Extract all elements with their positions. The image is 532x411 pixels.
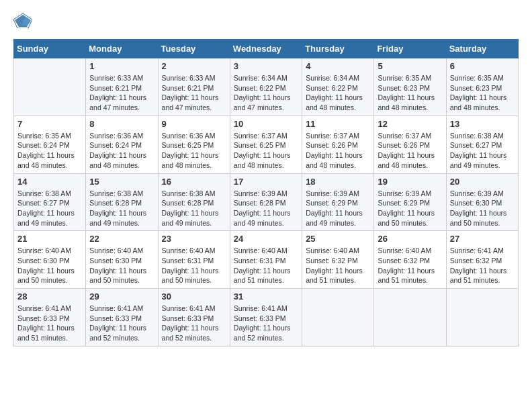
weekday-header-thursday: Thursday bbox=[302, 40, 374, 58]
day-info: Sunrise: 6:38 AMSunset: 6:28 PMDaylight:… bbox=[162, 189, 226, 228]
day-info: Sunrise: 6:39 AMSunset: 6:29 PMDaylight:… bbox=[306, 189, 370, 228]
calendar-cell: 23Sunrise: 6:40 AMSunset: 6:31 PMDayligh… bbox=[158, 231, 230, 289]
weekday-header-tuesday: Tuesday bbox=[158, 40, 230, 58]
day-info: Sunrise: 6:40 AMSunset: 6:31 PMDaylight:… bbox=[162, 246, 226, 285]
calendar-cell: 28Sunrise: 6:41 AMSunset: 6:33 PMDayligh… bbox=[14, 289, 86, 347]
day-number: 27 bbox=[450, 234, 515, 244]
day-number: 20 bbox=[450, 177, 515, 187]
day-info: Sunrise: 6:34 AMSunset: 6:22 PMDaylight:… bbox=[306, 73, 370, 113]
day-info: Sunrise: 6:35 AMSunset: 6:23 PMDaylight:… bbox=[378, 73, 442, 113]
day-info: Sunrise: 6:33 AMSunset: 6:21 PMDaylight:… bbox=[89, 73, 154, 113]
weekday-header-monday: Monday bbox=[86, 40, 158, 58]
calendar-cell: 4Sunrise: 6:34 AMSunset: 6:22 PMDaylight… bbox=[302, 58, 374, 116]
calendar-cell: 1Sunrise: 6:33 AMSunset: 6:21 PMDaylight… bbox=[86, 58, 158, 116]
day-number: 22 bbox=[89, 234, 154, 244]
day-info: Sunrise: 6:40 AMSunset: 6:32 PMDaylight:… bbox=[306, 246, 370, 285]
calendar-cell: 11Sunrise: 6:37 AMSunset: 6:26 PMDayligh… bbox=[302, 116, 374, 173]
calendar-cell: 17Sunrise: 6:39 AMSunset: 6:28 PMDayligh… bbox=[230, 173, 302, 231]
calendar-cell: 9Sunrise: 6:36 AMSunset: 6:25 PMDaylight… bbox=[158, 116, 230, 173]
day-info: Sunrise: 6:38 AMSunset: 6:27 PMDaylight:… bbox=[450, 131, 515, 171]
day-number: 4 bbox=[306, 61, 370, 71]
day-info: Sunrise: 6:36 AMSunset: 6:25 PMDaylight:… bbox=[162, 131, 226, 171]
calendar-cell bbox=[302, 289, 374, 347]
calendar-cell: 14Sunrise: 6:38 AMSunset: 6:27 PMDayligh… bbox=[14, 173, 86, 231]
calendar-week-1: 1Sunrise: 6:33 AMSunset: 6:21 PMDaylight… bbox=[14, 58, 519, 116]
logo bbox=[13, 13, 35, 28]
day-number: 15 bbox=[89, 177, 154, 187]
day-info: Sunrise: 6:38 AMSunset: 6:28 PMDaylight:… bbox=[89, 189, 154, 228]
calendar-cell: 31Sunrise: 6:41 AMSunset: 6:33 PMDayligh… bbox=[230, 289, 302, 347]
day-number: 2 bbox=[162, 61, 226, 71]
calendar-cell: 12Sunrise: 6:37 AMSunset: 6:26 PMDayligh… bbox=[374, 116, 446, 173]
calendar-cell: 2Sunrise: 6:33 AMSunset: 6:21 PMDaylight… bbox=[158, 58, 230, 116]
day-info: Sunrise: 6:41 AMSunset: 6:33 PMDaylight:… bbox=[17, 304, 82, 343]
day-info: Sunrise: 6:37 AMSunset: 6:26 PMDaylight:… bbox=[378, 131, 442, 171]
calendar-cell: 29Sunrise: 6:41 AMSunset: 6:33 PMDayligh… bbox=[86, 289, 158, 347]
day-info: Sunrise: 6:40 AMSunset: 6:31 PMDaylight:… bbox=[234, 246, 298, 285]
calendar-cell: 16Sunrise: 6:38 AMSunset: 6:28 PMDayligh… bbox=[158, 173, 230, 231]
day-info: Sunrise: 6:34 AMSunset: 6:22 PMDaylight:… bbox=[234, 73, 298, 113]
day-info: Sunrise: 6:41 AMSunset: 6:33 PMDaylight:… bbox=[234, 304, 298, 343]
calendar-cell: 30Sunrise: 6:41 AMSunset: 6:33 PMDayligh… bbox=[158, 289, 230, 347]
day-info: Sunrise: 6:40 AMSunset: 6:30 PMDaylight:… bbox=[89, 246, 154, 285]
day-number: 25 bbox=[306, 234, 370, 244]
calendar-cell: 26Sunrise: 6:40 AMSunset: 6:32 PMDayligh… bbox=[374, 231, 446, 289]
day-number: 28 bbox=[17, 291, 82, 302]
calendar-week-4: 21Sunrise: 6:40 AMSunset: 6:30 PMDayligh… bbox=[14, 231, 519, 289]
day-number: 10 bbox=[234, 119, 298, 129]
day-number: 16 bbox=[162, 177, 226, 187]
day-number: 23 bbox=[162, 234, 226, 244]
logo-icon bbox=[13, 13, 32, 28]
day-number: 18 bbox=[306, 177, 370, 187]
calendar-cell: 27Sunrise: 6:41 AMSunset: 6:32 PMDayligh… bbox=[446, 231, 518, 289]
calendar-cell bbox=[374, 289, 446, 347]
day-number: 5 bbox=[378, 61, 442, 71]
day-info: Sunrise: 6:35 AMSunset: 6:24 PMDaylight:… bbox=[17, 131, 82, 171]
calendar-cell: 13Sunrise: 6:38 AMSunset: 6:27 PMDayligh… bbox=[446, 116, 518, 173]
day-info: Sunrise: 6:40 AMSunset: 6:32 PMDaylight:… bbox=[378, 246, 442, 285]
calendar-cell: 18Sunrise: 6:39 AMSunset: 6:29 PMDayligh… bbox=[302, 173, 374, 231]
day-info: Sunrise: 6:35 AMSunset: 6:23 PMDaylight:… bbox=[450, 73, 515, 113]
calendar-cell: 6Sunrise: 6:35 AMSunset: 6:23 PMDaylight… bbox=[446, 58, 518, 116]
calendar-cell: 8Sunrise: 6:36 AMSunset: 6:24 PMDaylight… bbox=[86, 116, 158, 173]
day-info: Sunrise: 6:39 AMSunset: 6:28 PMDaylight:… bbox=[234, 189, 298, 228]
day-number: 1 bbox=[89, 61, 154, 71]
day-number: 31 bbox=[234, 291, 298, 302]
calendar-cell: 25Sunrise: 6:40 AMSunset: 6:32 PMDayligh… bbox=[302, 231, 374, 289]
calendar-cell bbox=[446, 289, 518, 347]
day-number: 29 bbox=[89, 291, 154, 302]
weekday-header-wednesday: Wednesday bbox=[230, 40, 302, 58]
day-number: 11 bbox=[306, 119, 370, 129]
day-number: 24 bbox=[234, 234, 298, 244]
day-number: 3 bbox=[234, 61, 298, 71]
day-number: 7 bbox=[17, 119, 82, 129]
calendar-week-3: 14Sunrise: 6:38 AMSunset: 6:27 PMDayligh… bbox=[14, 173, 519, 231]
day-info: Sunrise: 6:40 AMSunset: 6:30 PMDaylight:… bbox=[17, 246, 82, 285]
page-header bbox=[13, 13, 519, 28]
calendar-cell: 7Sunrise: 6:35 AMSunset: 6:24 PMDaylight… bbox=[14, 116, 86, 173]
calendar-header: SundayMondayTuesdayWednesdayThursdayFrid… bbox=[14, 40, 519, 58]
day-info: Sunrise: 6:36 AMSunset: 6:24 PMDaylight:… bbox=[89, 131, 154, 171]
calendar-cell: 3Sunrise: 6:34 AMSunset: 6:22 PMDaylight… bbox=[230, 58, 302, 116]
day-info: Sunrise: 6:38 AMSunset: 6:27 PMDaylight:… bbox=[17, 189, 82, 228]
calendar-cell: 24Sunrise: 6:40 AMSunset: 6:31 PMDayligh… bbox=[230, 231, 302, 289]
day-info: Sunrise: 6:37 AMSunset: 6:25 PMDaylight:… bbox=[234, 131, 298, 171]
calendar-cell: 21Sunrise: 6:40 AMSunset: 6:30 PMDayligh… bbox=[14, 231, 86, 289]
calendar-cell: 15Sunrise: 6:38 AMSunset: 6:28 PMDayligh… bbox=[86, 173, 158, 231]
day-info: Sunrise: 6:39 AMSunset: 6:29 PMDaylight:… bbox=[378, 189, 442, 228]
day-number: 12 bbox=[378, 119, 442, 129]
weekday-header-sunday: Sunday bbox=[14, 40, 86, 58]
day-number: 14 bbox=[17, 177, 82, 187]
calendar-week-2: 7Sunrise: 6:35 AMSunset: 6:24 PMDaylight… bbox=[14, 116, 519, 173]
calendar-week-5: 28Sunrise: 6:41 AMSunset: 6:33 PMDayligh… bbox=[14, 289, 519, 347]
day-number: 13 bbox=[450, 119, 515, 129]
calendar-cell: 5Sunrise: 6:35 AMSunset: 6:23 PMDaylight… bbox=[374, 58, 446, 116]
day-number: 19 bbox=[378, 177, 442, 187]
day-number: 6 bbox=[450, 61, 515, 71]
day-info: Sunrise: 6:41 AMSunset: 6:32 PMDaylight:… bbox=[450, 246, 515, 285]
weekday-header-saturday: Saturday bbox=[446, 40, 518, 58]
day-info: Sunrise: 6:41 AMSunset: 6:33 PMDaylight:… bbox=[89, 304, 154, 343]
day-number: 17 bbox=[234, 177, 298, 187]
day-info: Sunrise: 6:33 AMSunset: 6:21 PMDaylight:… bbox=[162, 73, 226, 113]
calendar-body: 1Sunrise: 6:33 AMSunset: 6:21 PMDaylight… bbox=[14, 58, 519, 347]
